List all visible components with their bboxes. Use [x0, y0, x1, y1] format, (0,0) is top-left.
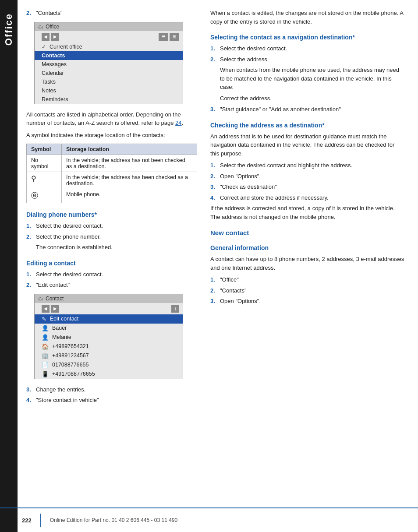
contact-item-edit-label: Edit contact: [50, 316, 78, 322]
menu-item-notes-label: Notes: [42, 88, 56, 94]
dialing-note: The connection is established.: [36, 243, 197, 252]
checking-step1-num: 1.: [210, 161, 217, 170]
nav-right[interactable]: ▶: [51, 33, 59, 41]
edit-icon: ✎: [42, 316, 46, 322]
editing-step2-num: 2.: [26, 281, 33, 289]
selecting-step2-text: Select the address.: [220, 55, 269, 64]
sidebar-label: Office: [3, 13, 14, 46]
symbol-cell-nosymbol: No symbol: [27, 155, 62, 172]
office-icon: 🗂: [38, 24, 43, 30]
contact-item-melanie[interactable]: 👤 Melanie: [35, 333, 183, 342]
page-link-24[interactable]: 24: [175, 120, 181, 126]
menu-item-calendar-label: Calendar: [42, 70, 64, 76]
contact-menu-icon: 🗂: [38, 296, 43, 302]
symbol-mobile-icon: ⓔ: [31, 192, 38, 199]
storage-desc-mobile: Mobile phone.: [62, 189, 197, 203]
right-column: When a contact is edited, the changes ar…: [210, 9, 405, 407]
selecting-step3-text: "Start guidance" or "Add as another dest…: [220, 105, 341, 114]
contact-menu-screenshot: 🗂 Contact ◀ ▶ + ✎ Edit contact: [34, 294, 183, 379]
checking-heading: Checking the address as a destination*: [210, 122, 405, 129]
nav-left[interactable]: ◀: [42, 33, 50, 41]
general-step2-text: "Contacts": [220, 286, 247, 295]
plus-button[interactable]: +: [171, 305, 179, 313]
menu-item-messages[interactable]: Messages: [35, 60, 183, 69]
general-step3-num: 3.: [210, 297, 217, 306]
checking-step2-num: 2.: [210, 172, 217, 181]
editing-step4-text: "Store contact in vehicle": [36, 396, 99, 405]
checking-step4-text: Correct and store the address if necessa…: [220, 194, 329, 202]
person-icon-bauer: 👤: [42, 325, 49, 331]
step-contacts: 2. "Contacts": [26, 9, 197, 18]
checking-step2: 2. Open "Options".: [210, 172, 405, 181]
footer-divider: [40, 514, 41, 527]
selecting-step1-text: Select the desired contact.: [220, 44, 287, 53]
office-menu-titlebar: 🗂 Office: [35, 22, 183, 31]
general-step2: 2. "Contacts": [210, 286, 405, 295]
main-content: 2. "Contacts" 🗂 Office ◀ ▶ ☰: [18, 0, 418, 424]
nav-arrows-top: ◀ ▶: [42, 33, 59, 41]
general-step1-text: "Office": [220, 275, 239, 284]
contact-item-edit[interactable]: ✎ Edit contact: [35, 314, 183, 324]
selecting-step2-num: 2.: [210, 55, 217, 64]
menu-item-notes[interactable]: Notes: [35, 86, 183, 95]
editing-step2: 2. "Edit contact": [26, 281, 197, 289]
contact-item-phone2[interactable]: 🏢 +49891234567: [35, 351, 183, 360]
editing-step4-num: 4.: [26, 396, 33, 405]
table-col2-header: Storage location: [62, 144, 197, 155]
dialing-step1: 1. Select the desired contact.: [26, 222, 197, 230]
table-row: ⚲ In the vehicle; the address has been c…: [27, 172, 197, 189]
editing-step1: 1. Select the desired contact.: [26, 270, 197, 279]
general-step3-text: Open "Options".: [220, 297, 261, 306]
contact-item-phone3-label: 017088776655: [52, 362, 89, 368]
editing-step3-text: Change the entries.: [36, 385, 85, 394]
checking-note: If the address is corrected and stored, …: [210, 204, 405, 221]
step-contacts-label: "Contacts": [36, 9, 63, 18]
menu-item-calendar[interactable]: Calendar: [35, 69, 183, 78]
contact-item-phone2-label: +49891234567: [52, 352, 89, 359]
storage-desc-vehicle: In the vehicle; the address has been che…: [62, 172, 197, 189]
general-step1-num: 1.: [210, 275, 217, 284]
menu-item-current-office[interactable]: ✓ Current office: [35, 42, 183, 51]
editing-heading: Editing a contact: [26, 260, 197, 267]
selecting-step3-num: 3.: [210, 105, 217, 114]
nav-arrows-contact: ◀ ▶: [42, 305, 59, 313]
menu-btn1[interactable]: ☰: [159, 33, 168, 41]
menu-item-reminders-label: Reminders: [42, 96, 68, 102]
selecting-step3: 3. "Start guidance" or "Add as another d…: [210, 105, 405, 114]
general-step1: 1. "Office": [210, 275, 405, 284]
editing-step1-text: Select the desired contact.: [36, 270, 103, 279]
dialing-step2-text: Select the phone number.: [36, 233, 101, 241]
menu-item-contacts[interactable]: Contacts: [35, 51, 183, 60]
symbol-table: Symbol Storage location No symbol In the…: [26, 144, 197, 203]
menu-item-reminders[interactable]: Reminders: [35, 95, 183, 104]
dialing-heading: Dialing phone numbers*: [26, 211, 197, 218]
left-column: 2. "Contacts" 🗂 Office ◀ ▶ ☰: [26, 9, 197, 407]
checking-step3-text: "Check as destination": [220, 183, 277, 191]
menu-item-tasks[interactable]: Tasks: [35, 78, 183, 86]
menu-btn2[interactable]: ⊞: [170, 33, 179, 41]
check-icon: ✓: [42, 44, 46, 50]
general-intro: A contact can have up to 8 phone numbers…: [210, 255, 405, 272]
contact-item-phone4[interactable]: 📱 +4917088776655: [35, 370, 183, 379]
menu-item-tasks-label: Tasks: [42, 79, 56, 85]
storage-desc-nosymbol: In the vehicle; the address has not been…: [62, 155, 197, 172]
footer-page-number: 222: [22, 517, 32, 524]
symbol-cell-mobile: ⓔ: [27, 189, 62, 203]
table-col1-header: Symbol: [27, 144, 62, 155]
checking-step3-num: 3.: [210, 183, 217, 191]
contact-nav-right[interactable]: ▶: [51, 305, 59, 313]
contacts-paragraph2: A symbol indicates the storage location …: [26, 131, 197, 140]
contact-item-bauer-label: Bauer: [52, 325, 67, 331]
contact-menu-title: Contact: [46, 296, 64, 302]
contact-item-bauer[interactable]: 👤 Bauer: [35, 324, 183, 333]
selecting-note: When contacts from the mobile phone are …: [220, 66, 405, 92]
office-menu-screenshot: 🗂 Office ◀ ▶ ☰ ⊞: [34, 22, 183, 104]
contact-item-phone1[interactable]: 🏠 +49897654321: [35, 342, 183, 351]
home-phone-icon: 🏠: [42, 343, 49, 350]
general-step3: 3. Open "Options".: [210, 297, 405, 306]
table-row: No symbol In the vehicle; the address ha…: [27, 155, 197, 172]
contact-item-phone1-label: +49897654321: [52, 343, 89, 349]
symbol-nosymbol-label: No symbol: [31, 157, 49, 169]
contact-nav-left[interactable]: ◀: [42, 305, 50, 313]
contact-item-phone3[interactable]: 📄 017088776655: [35, 360, 183, 370]
